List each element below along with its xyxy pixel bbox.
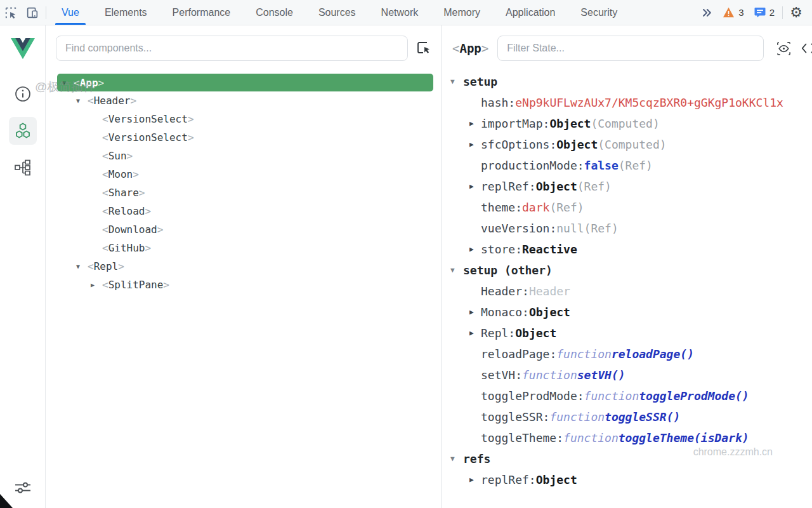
tree-row-repl[interactable]: ▼<Repl> <box>46 257 441 276</box>
state-value: null <box>556 222 584 235</box>
filter-state-input[interactable] <box>507 43 754 54</box>
state-row-replref[interactable]: ▶replRef : Object(Ref) <box>442 176 812 197</box>
tab-sources[interactable]: Sources <box>306 0 369 25</box>
state-key: toggleProdMode <box>481 389 577 403</box>
tree-caret-icon[interactable]: ▼ <box>62 79 74 86</box>
component-name: App <box>459 41 481 55</box>
row-caret-icon[interactable]: ▶ <box>469 182 481 190</box>
state-value: Object <box>536 180 577 193</box>
tree-row-download[interactable]: <Download> <box>46 220 441 239</box>
selected-component-label: <App> <box>452 41 488 55</box>
device-toolbar-icon[interactable] <box>22 0 43 25</box>
row-caret-icon[interactable]: ▶ <box>469 329 481 337</box>
tab-performance[interactable]: Performance <box>160 0 244 25</box>
inspect-code-icon[interactable] <box>801 41 812 55</box>
warning-icon <box>723 7 735 18</box>
tree-row-reload[interactable]: <Reload> <box>46 202 441 220</box>
tab-vue[interactable]: Vue <box>49 0 92 25</box>
component-tag: App <box>80 77 98 89</box>
state-row-replref[interactable]: ▶replRef : Object <box>442 469 812 490</box>
state-key: theme <box>481 201 515 214</box>
row-caret-icon[interactable]: ▶ <box>469 119 481 128</box>
state-row-importmap[interactable]: ▶importMap : Object(Computed) <box>442 113 812 134</box>
state-row-monaco[interactable]: ▶Monaco : Object <box>442 302 812 323</box>
inspect-dom-icon[interactable] <box>776 41 792 57</box>
filter-state-box <box>497 36 764 61</box>
tab-application[interactable]: Application <box>493 0 568 25</box>
state-row-togglessr[interactable]: toggleSSR : function toggleSSR() <box>442 406 812 427</box>
function-keyword: function <box>584 389 639 403</box>
state-value-type: (Ref) <box>584 222 619 235</box>
state-section-setup[interactable]: ▼setup <box>442 71 812 92</box>
info-tab-icon[interactable] <box>9 80 37 108</box>
state-key: setVH <box>481 368 515 382</box>
state-section-refs[interactable]: ▼refs <box>442 448 812 469</box>
inspect-element-icon[interactable] <box>0 0 22 25</box>
tree-row-app[interactable]: ▼<App> <box>57 74 433 91</box>
tree-row-versionselect[interactable]: <VersionSelect> <box>46 110 441 128</box>
tab-elements[interactable]: Elements <box>92 0 160 25</box>
state-row-theme[interactable]: theme : dark(Ref) <box>442 197 812 218</box>
tab-memory[interactable]: Memory <box>431 0 493 25</box>
tree-row-sun[interactable]: <Sun> <box>46 147 441 165</box>
component-tag: Download <box>108 224 157 236</box>
state-row-header[interactable]: Header : Header <box>442 281 812 302</box>
row-caret-icon[interactable]: ▶ <box>469 308 481 316</box>
component-tag: SplitPane <box>108 279 164 291</box>
tree-row-share[interactable]: <Share> <box>46 184 441 202</box>
tree-row-header[interactable]: ▼<Header> <box>46 91 441 110</box>
tree-caret-icon[interactable]: ▶ <box>91 281 102 288</box>
state-row-reloadpage[interactable]: reloadPage : function reloadPage() <box>442 344 812 364</box>
component-tag: Sun <box>108 150 127 162</box>
state-row-repl[interactable]: ▶Repl : Object <box>442 323 812 344</box>
component-search-box <box>56 36 408 61</box>
more-tabs-icon[interactable] <box>696 6 717 19</box>
component-tree: ▼<App>▼<Header><VersionSelect><VersionSe… <box>46 71 441 294</box>
component-search-input[interactable] <box>65 43 398 54</box>
row-caret-icon[interactable]: ▶ <box>469 140 481 149</box>
section-caret-icon[interactable]: ▼ <box>450 266 463 274</box>
messages-badge[interactable]: 2 <box>754 7 775 18</box>
state-panel-header: <App> <box>442 25 812 71</box>
components-tab-icon[interactable] <box>9 117 37 145</box>
tree-caret-icon[interactable]: ▼ <box>76 263 88 270</box>
component-tag: Moon <box>108 168 133 180</box>
state-value: Object <box>536 473 577 486</box>
state-key: replRef <box>481 180 529 193</box>
state-row-toggleprodmode[interactable]: toggleProdMode : function toggleProdMode… <box>442 385 812 406</box>
state-tree: ▼setuphash : eNp9kUFLwzAUx7/KM5cqzBXR0+g… <box>442 71 812 490</box>
tree-row-github[interactable]: <GitHub> <box>46 239 441 257</box>
tab-security[interactable]: Security <box>568 0 630 25</box>
component-tag: VersionSelect <box>108 113 188 125</box>
warnings-badge[interactable]: 3 <box>723 7 743 18</box>
state-key: hash <box>481 96 508 109</box>
state-value-type: (Ref) <box>619 159 653 172</box>
settings-gear-icon[interactable]: ⚙ <box>785 4 807 21</box>
state-row-sfcoptions[interactable]: ▶sfcOptions : Object(Computed) <box>442 134 812 155</box>
timeline-tab-icon[interactable] <box>9 154 37 182</box>
state-section-setup-other-[interactable]: ▼setup (other) <box>442 260 812 281</box>
section-label: refs <box>463 452 490 465</box>
section-caret-icon[interactable]: ▼ <box>450 455 463 463</box>
state-value: eNp9kUFLwzAUx7/KM5cqzBXR0+gGKgP1oKKCl1x <box>515 96 783 109</box>
tree-row-splitpane[interactable]: ▶<SplitPane> <box>46 276 441 294</box>
state-panel: <App> <box>441 25 812 508</box>
select-component-icon[interactable] <box>414 39 433 58</box>
state-row-toggletheme[interactable]: toggleTheme : function toggleTheme(isDar… <box>442 427 812 448</box>
tree-row-moon[interactable]: <Moon> <box>46 165 441 184</box>
state-row-vueversion[interactable]: vueVersion : null(Ref) <box>442 218 812 239</box>
state-row-hash[interactable]: hash : eNp9kUFLwzAUx7/KM5cqzBXR0+gGKgP1o… <box>442 92 812 113</box>
state-row-productionmode[interactable]: productionMode : false(Ref) <box>442 155 812 176</box>
tab-network[interactable]: Network <box>369 0 431 25</box>
tree-caret-icon[interactable]: ▼ <box>76 97 88 104</box>
function-keyword: function <box>522 368 577 382</box>
state-row-setvh[interactable]: setVH : function setVH() <box>442 364 812 385</box>
row-caret-icon[interactable]: ▶ <box>469 245 481 253</box>
row-caret-icon[interactable]: ▶ <box>469 476 481 484</box>
state-key: Monaco <box>481 305 522 319</box>
state-row-store[interactable]: ▶store : Reactive <box>442 239 812 260</box>
section-caret-icon[interactable]: ▼ <box>450 77 463 86</box>
tab-console[interactable]: Console <box>243 0 306 25</box>
tree-row-versionselect[interactable]: <VersionSelect> <box>46 128 441 147</box>
preferences-sliders-icon[interactable] <box>9 474 37 502</box>
